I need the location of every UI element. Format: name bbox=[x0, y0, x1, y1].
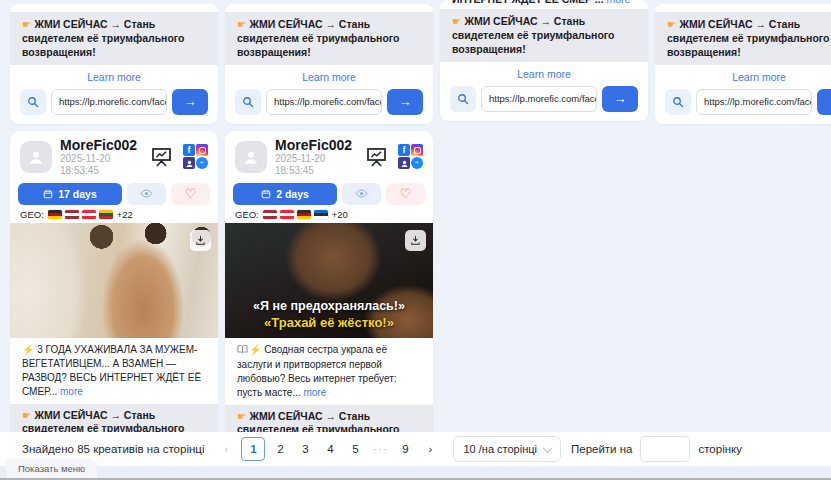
geo-more-count[interactable]: +22 bbox=[117, 209, 133, 220]
days-active-button[interactable]: 17 days bbox=[18, 183, 122, 205]
page-button-3[interactable]: 3 bbox=[295, 438, 315, 460]
instagram-icon bbox=[411, 144, 423, 156]
favorite-button[interactable]: ♡ bbox=[171, 183, 210, 205]
results-count: Знайдено 85 креативів на сторінці bbox=[22, 443, 204, 455]
cta-banner-text: ЖМИ СЕЙЧАС → Стань свидетелем её триумфа… bbox=[237, 18, 400, 58]
flag-latvia bbox=[65, 210, 79, 219]
page-button-4[interactable]: 4 bbox=[320, 438, 340, 460]
flag-austria bbox=[82, 210, 96, 219]
more-link[interactable]: more bbox=[607, 0, 631, 5]
page-button-1[interactable]: 1 bbox=[241, 437, 265, 461]
open-url-button[interactable]: → bbox=[172, 89, 208, 115]
search-icon bbox=[672, 96, 684, 108]
audience-network-icon bbox=[183, 157, 195, 169]
learn-more-link[interactable]: Learn more bbox=[225, 65, 433, 85]
search-button[interactable] bbox=[235, 89, 261, 115]
creative-card-partial: ☛ЖМИ СЕЙЧАС → Стань свидетелем её триумф… bbox=[10, 4, 218, 124]
header-icons: f bbox=[149, 144, 208, 169]
pointing-finger-icon: ☛ bbox=[22, 409, 31, 421]
creative-card-partial: ☛ЖМИ СЕЙЧАС → Стань свидетелем её триумф… bbox=[655, 4, 831, 124]
eye-icon bbox=[140, 188, 153, 199]
download-icon bbox=[195, 235, 206, 246]
goto-label: Перейти на bbox=[571, 443, 633, 455]
learn-more-link[interactable]: Learn more bbox=[655, 65, 831, 85]
page-size-select[interactable]: 10 /на сторінці bbox=[453, 436, 561, 462]
page-button-2[interactable]: 2 bbox=[270, 438, 290, 460]
goto-suffix: сторінку bbox=[698, 443, 742, 455]
page-size-value: 10 /на сторінці bbox=[463, 443, 537, 455]
geo-more-count[interactable]: +20 bbox=[332, 209, 348, 220]
creative-description: ⚡ 3 ГОДА УХАЖИВАЛА ЗА МУЖЕМ-ВЕГЕТАТИВЦЕМ… bbox=[10, 338, 218, 400]
pagination-bar: Знайдено 85 креативів на сторінці ‹ 1 2 … bbox=[0, 432, 831, 466]
pointing-finger-icon: ☛ bbox=[22, 18, 31, 30]
audience-network-icon bbox=[398, 157, 410, 169]
url-row: https://lp.morefic.com/facebook-0iHH0v02… bbox=[235, 89, 423, 115]
preview-button[interactable] bbox=[342, 183, 381, 205]
messenger-icon bbox=[196, 157, 208, 169]
prev-page-button[interactable]: ‹ bbox=[216, 438, 236, 460]
more-link[interactable]: more bbox=[303, 387, 326, 398]
days-active-button[interactable]: 2 days bbox=[233, 183, 337, 205]
calendar-icon bbox=[43, 189, 53, 199]
pointing-finger-icon: ☛ bbox=[452, 15, 461, 27]
profile-block: MoreFic002 2025-11-20 18:53:45 bbox=[60, 137, 141, 177]
image-caption-line2: «Трахай её жёстко!» bbox=[225, 315, 433, 330]
cta-banner: ☛ЖМИ СЕЙЧАС → Стань свидетелем её триумф… bbox=[655, 12, 831, 65]
search-icon bbox=[457, 93, 469, 105]
platform-icons: f bbox=[183, 144, 208, 169]
actions-row: 2 days ♡ bbox=[233, 183, 425, 205]
landing-url-input[interactable]: https://lp.morefic.com/facebook-0iHH0v02… bbox=[266, 89, 382, 115]
heart-icon: ♡ bbox=[400, 187, 412, 200]
creative-timestamp: 2025-11-20 18:53:45 bbox=[275, 153, 356, 177]
clipped-description: ИНТЕРНЕТ ЖДЁТ ЕЁ СМЕР ... more bbox=[440, 0, 648, 9]
open-url-button[interactable]: → bbox=[602, 86, 638, 112]
url-row: https://lp.morefic.com/facebook-0iHH0v02… bbox=[450, 86, 638, 112]
url-row: https://lp.morefic.com/facebook-0iHH0v02… bbox=[665, 89, 831, 115]
creative-card-partial: ИНТЕРНЕТ ЖДЁТ ЕЁ СМЕР ... more ☛ЖМИ СЕЙЧ… bbox=[440, 0, 648, 121]
heart-icon: ♡ bbox=[185, 187, 197, 200]
creative-image-wedding[interactable] bbox=[10, 223, 218, 338]
next-page-button[interactable]: › bbox=[420, 438, 440, 460]
download-image-button[interactable] bbox=[190, 230, 211, 251]
geo-label: GEO: bbox=[20, 209, 44, 220]
flag-latvia bbox=[263, 210, 277, 219]
cta-banner: ☛ЖМИ СЕЙЧАС → Стань свидетелем её триумф… bbox=[225, 12, 433, 65]
arrow-right-icon: → bbox=[184, 94, 197, 109]
preview-button[interactable] bbox=[127, 183, 166, 205]
presentation-board-icon[interactable] bbox=[149, 145, 174, 169]
landing-url-input[interactable]: https://lp.morefic.com/facebook-0iHH0v02… bbox=[696, 89, 812, 115]
open-url-button[interactable]: → bbox=[817, 89, 831, 115]
instagram-icon bbox=[196, 144, 208, 156]
download-image-button[interactable] bbox=[405, 230, 426, 251]
learn-more-link[interactable]: Learn more bbox=[10, 65, 218, 85]
more-link[interactable]: more bbox=[60, 386, 83, 397]
cta-banner: ☛ЖМИ СЕЙЧАС → Стань свидетелем её триумф… bbox=[440, 9, 648, 62]
creative-image-rain[interactable]: «Я не предохранялась!» «Трахай её жёстко… bbox=[225, 223, 433, 338]
favorite-button[interactable]: ♡ bbox=[386, 183, 425, 205]
search-button[interactable] bbox=[450, 86, 476, 112]
cta-banner-text: ЖМИ СЕЙЧАС → Стань свидетелем её триумфа… bbox=[22, 18, 185, 58]
search-button[interactable] bbox=[665, 89, 691, 115]
creative-card: MoreFic002 2025-11-20 18:53:45 f 17 days bbox=[10, 131, 218, 461]
actions-row: 17 days ♡ bbox=[18, 183, 210, 205]
pagination-ellipsis[interactable]: ··· bbox=[370, 438, 390, 460]
pointing-finger-icon: ☛ bbox=[237, 18, 246, 30]
learn-more-link[interactable]: Learn more bbox=[440, 62, 648, 82]
flag-austria bbox=[280, 210, 294, 219]
search-icon bbox=[27, 96, 39, 108]
creative-card: MoreFic002 2025-11-20 18:53:45 f 2 days bbox=[225, 131, 433, 461]
landing-url-input[interactable]: https://lp.morefic.com/facebook-0iHH0v02… bbox=[481, 86, 597, 112]
search-button[interactable] bbox=[20, 89, 46, 115]
search-icon bbox=[242, 96, 254, 108]
show-menu-tab[interactable]: Показать меню bbox=[6, 460, 97, 478]
presentation-board-icon[interactable] bbox=[364, 145, 389, 169]
column-3: ИНТЕРНЕТ ЖДЁТ ЕЁ СМЕР ... more ☛ЖМИ СЕЙЧ… bbox=[440, 0, 648, 461]
landing-url-input[interactable]: https://lp.morefic.com/facebook-0iHH0v02… bbox=[51, 89, 167, 115]
facebook-icon: f bbox=[398, 144, 410, 156]
open-url-button[interactable]: → bbox=[387, 89, 423, 115]
profile-name: MoreFic002 bbox=[275, 137, 356, 153]
goto-page-input[interactable] bbox=[640, 436, 690, 462]
page-button-5[interactable]: 5 bbox=[345, 438, 365, 460]
page-button-9[interactable]: 9 bbox=[395, 438, 415, 460]
calendar-icon bbox=[261, 189, 271, 199]
